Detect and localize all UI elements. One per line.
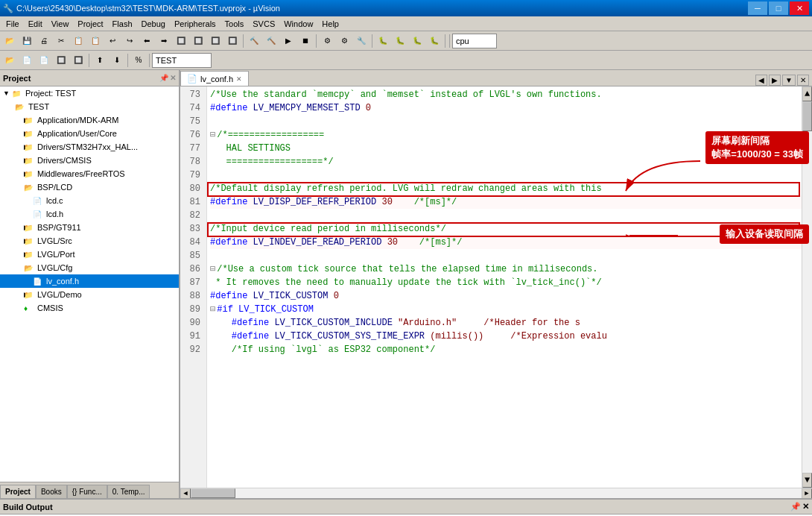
toolbar-2: 📂📄📄🔲🔲⬆⬇% (0, 51, 812, 70)
build-output-close-icon[interactable]: ✕ (802, 502, 809, 512)
toolbar-btn-2[interactable]: 🖨 (36, 33, 52, 49)
sidebar-item-10[interactable]: ▶📁LVGL/Src (0, 234, 179, 248)
sidebar-item-14[interactable]: ▶📁LVGL/Demo (0, 288, 179, 301)
menu-item-help[interactable]: Help (317, 16, 343, 31)
tab-nav-close-all-button[interactable]: ✕ (797, 75, 809, 86)
sidebar-item-3[interactable]: ▶📁Drivers/STM32H7xx_HAL... (0, 140, 179, 154)
close-button[interactable]: ✕ (790, 1, 809, 15)
toolbar2-btn-9[interactable]: % (130, 52, 147, 69)
toolbar-btn-13[interactable]: 🔲 (224, 33, 241, 49)
sidebar-item-4[interactable]: ▶📁Drivers/CMSIS (0, 154, 179, 167)
toolbar2-btn-4[interactable]: 🔲 (70, 52, 86, 69)
menu-item-file[interactable]: File (1, 16, 24, 31)
toolbar2-btn-0[interactable]: 📂 (1, 52, 18, 69)
toolbar-btn-4[interactable]: 📋 (70, 33, 86, 49)
expand-icon-76[interactable]: ⊟ (210, 128, 215, 142)
menu-item-debug[interactable]: Debug (137, 16, 170, 31)
toolbar-btn-6[interactable]: ↩ (104, 33, 121, 49)
sidebar-item-2[interactable]: ▶📁Application/User/Core (0, 127, 179, 140)
toolbar-btn-24[interactable]: 🐛 (375, 33, 391, 49)
toolbar-btn-15[interactable]: 🔨 (246, 33, 262, 49)
sidebar-item-5[interactable]: ▶📁Middlewares/FreeRTOS (0, 167, 179, 180)
maximize-button[interactable]: □ (769, 1, 788, 15)
sidebar-pin-icon[interactable]: 📌 (159, 74, 168, 82)
sidebar-tree[interactable]: ▼📁Project: TEST▼📂TEST▶📁Application/MDK-A… (0, 86, 179, 482)
toolbar-btn-16[interactable]: 🔨 (263, 33, 279, 49)
toolbar-btn-0[interactable]: 📂 (1, 33, 18, 49)
menu-item-project[interactable]: Project (73, 16, 107, 31)
toolbar2-btn-7[interactable]: ⬇ (109, 52, 125, 69)
sidebar-close-icon[interactable]: ✕ (170, 74, 176, 82)
toolbar2-btn-1[interactable]: 📄 (19, 52, 35, 69)
menu-item-edit[interactable]: Edit (24, 16, 47, 31)
toolbar-btn-20[interactable]: ⚙ (319, 33, 335, 49)
toolbar-btn-11[interactable]: 🔲 (190, 33, 206, 49)
horizontal-scrollbar[interactable]: ◀ ▶ (180, 488, 812, 498)
code-line-90: #define LV_TICK_CUSTOM_INCLUDE "Arduino.… (210, 316, 809, 330)
toolbar-btn-1[interactable]: 💾 (19, 33, 35, 49)
toolbar-btn-26[interactable]: 🐛 (409, 33, 425, 49)
toolbar-btn-7[interactable]: ↪ (121, 33, 138, 49)
toolbar2-btn-2[interactable]: 📄 (36, 52, 52, 69)
toolbar-btn-12[interactable]: 🔲 (207, 33, 223, 49)
toolbar-btn-10[interactable]: 🔲 (173, 33, 189, 49)
toolbar-btn-3[interactable]: ✂ (53, 33, 69, 49)
sidebar-tab-1[interactable]: Books (36, 485, 67, 498)
sidebar-item-6[interactable]: ▼📂BSP/LCD (0, 180, 179, 194)
toolbar2-sep-8 (127, 54, 128, 67)
sidebar-item-1[interactable]: ▶📁Application/MDK-ARM (0, 113, 179, 127)
sidebar-item-8[interactable]: 📄lcd.h (0, 207, 179, 221)
sidebar-item-13[interactable]: 📄lv_conf.h (0, 274, 179, 288)
toolbar-btn-18[interactable]: ⏹ (297, 33, 314, 49)
line-number-92: 92 (180, 343, 203, 356)
editor-tab-active[interactable]: 📄 lv_conf.h ✕ (180, 71, 249, 86)
sidebar-tab-0[interactable]: Project (0, 485, 36, 498)
tab-close-icon[interactable]: ✕ (236, 75, 242, 83)
sidebar-label-1: Application/MDK-ARM (37, 116, 118, 125)
toolbar2-btn-6[interactable]: ⬆ (92, 52, 108, 69)
tab-nav-left-button[interactable]: ◀ (755, 75, 767, 86)
toolbar-btn-25[interactable]: 🐛 (392, 33, 408, 49)
sidebar-item-root[interactable]: ▼📁Project: TEST (0, 86, 179, 100)
menu-item-tools[interactable]: Tools (221, 16, 249, 31)
sidebar-label-12: LVGL/Cfg (37, 263, 73, 272)
sidebar-tab-3[interactable]: 0. Temp... (107, 485, 150, 498)
menu-item-peripherals[interactable]: Peripherals (170, 16, 221, 31)
sidebar-item-7[interactable]: 📄lcd.c (0, 194, 179, 207)
line-number-88: 88 (180, 289, 203, 303)
sidebar-tabs: ProjectBooks{} Func...0. Temp... (0, 482, 179, 498)
sidebar-item-0[interactable]: ▼📂TEST (0, 100, 179, 113)
project-name-input[interactable] (152, 53, 212, 68)
expand-icon-86[interactable]: ⊟ (210, 262, 215, 276)
sidebar-tab-2[interactable]: {} Func... (67, 485, 107, 498)
menu-item-flash[interactable]: Flash (108, 16, 137, 31)
tab-nav-right-button[interactable]: ▶ (769, 75, 781, 86)
sidebar-item-15[interactable]: ♦CMSIS (0, 301, 179, 315)
sidebar-label-2: Application/User/Core (37, 129, 117, 138)
toolbar2-btn-3[interactable]: 🔲 (53, 52, 69, 69)
sidebar-item-9[interactable]: ▶📁BSP/GT911 (0, 221, 179, 234)
line-number-90: 90 (180, 316, 203, 330)
menu-item-view[interactable]: View (47, 16, 74, 31)
line-number-76: 76 (180, 128, 203, 142)
code-line-82 (210, 209, 809, 222)
menu-item-svcs[interactable]: SVCS (248, 16, 279, 31)
toolbar-btn-21[interactable]: ⚙ (336, 33, 352, 49)
sidebar-item-11[interactable]: ▶📁LVGL/Port (0, 248, 179, 261)
toolbar-btn-8[interactable]: ⬅ (139, 33, 155, 49)
tab-nav-down-button[interactable]: ▼ (782, 75, 796, 86)
cpu-input[interactable] (452, 34, 497, 48)
toolbar-btn-9[interactable]: ➡ (156, 33, 172, 49)
toolbar-btn-5[interactable]: 📋 (87, 33, 104, 49)
build-output-pin-icon[interactable]: 📌 (790, 502, 801, 512)
build-output-title: Build Output (3, 503, 53, 512)
toolbar-btn-17[interactable]: ▶ (280, 33, 296, 49)
menu-item-window[interactable]: Window (279, 16, 317, 31)
toolbar-btn-27[interactable]: 🐛 (426, 33, 443, 49)
code-line-73: /*Use the standard `memcpy` and `memset`… (210, 88, 809, 101)
sidebar-item-12[interactable]: ▼📂LVGL/Cfg (0, 261, 179, 274)
toolbar-btn-22[interactable]: 🔧 (353, 33, 369, 49)
toolbar-sep-19 (316, 34, 317, 48)
expand-icon-89[interactable]: ⊟ (210, 303, 215, 316)
minimize-button[interactable]: ─ (748, 1, 767, 15)
